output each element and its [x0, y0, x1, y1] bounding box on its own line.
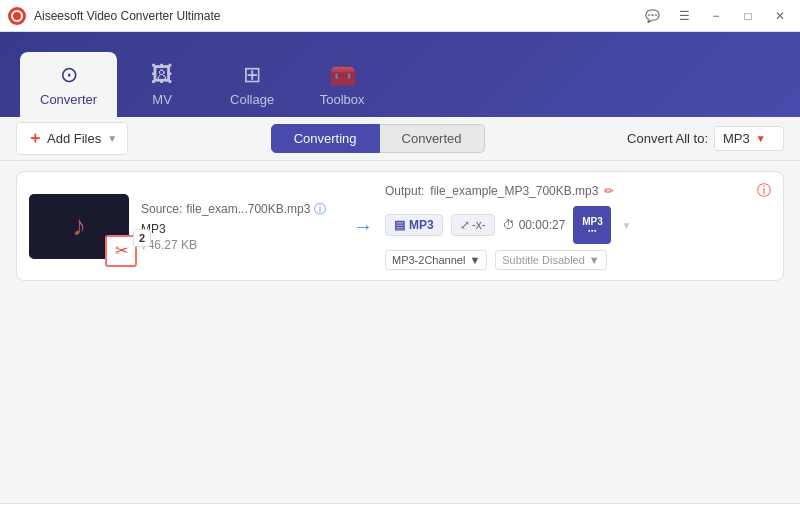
format-label: MP3: [409, 218, 434, 232]
expand-icon: ⤢: [460, 218, 470, 232]
output-section: Output: file_example_MP3_700KB.mp3 ✏ ⓘ ▤…: [385, 182, 771, 270]
close-button[interactable]: ✕: [768, 4, 792, 28]
window-controls: 💬 ☰ − □ ✕: [640, 4, 792, 28]
format-icon-box[interactable]: MP3 ▪▪▪: [573, 206, 611, 244]
tab-mv[interactable]: 🖼 MV: [117, 52, 207, 117]
app-title: Aiseesoft Video Converter Ultimate: [34, 9, 640, 23]
chat-button[interactable]: 💬: [640, 4, 664, 28]
source-filename: file_exam...700KB.mp3: [186, 202, 310, 216]
add-files-dropdown-arrow: ▼: [107, 133, 117, 144]
edit-output-icon[interactable]: ✏: [604, 184, 614, 198]
format-icon: ▤: [394, 218, 405, 232]
file-thumbnail: ♪ ✂ 2: [29, 194, 129, 259]
tab-collage[interactable]: ⊞ Collage: [207, 52, 297, 117]
file-list-area: ♪ ✂ 2 Source: file_exam...700KB.mp3 ⓘ MP…: [0, 161, 800, 503]
subtitle-value: Subtitle Disabled: [502, 254, 585, 266]
cut-badge[interactable]: ✂ 2: [105, 235, 137, 267]
format-badge: ▤ MP3: [385, 214, 443, 236]
output-label: Output:: [385, 184, 424, 198]
channel-arrow: ▼: [469, 254, 480, 266]
toolbar: ＋ Add Files ▼ Converting Converted Conve…: [0, 117, 800, 161]
file-info: Source: file_exam...700KB.mp3 ⓘ MP3 746.…: [141, 201, 341, 252]
toolbox-icon: 🧰: [329, 62, 356, 88]
mv-icon: 🖼: [151, 62, 173, 88]
channel-select[interactable]: MP3-2Channel ▼: [385, 250, 487, 270]
maximize-button[interactable]: □: [736, 4, 760, 28]
add-icon: ＋: [27, 128, 43, 149]
warning-icon: ⓘ: [757, 182, 771, 200]
resolution-value: -x-: [472, 218, 486, 232]
collage-icon: ⊞: [243, 62, 261, 88]
channel-value: MP3-2Channel: [392, 254, 465, 266]
source-label: Source:: [141, 202, 182, 216]
subtitle-arrow: ▼: [589, 254, 600, 266]
subtitle-select[interactable]: Subtitle Disabled ▼: [495, 250, 606, 270]
convert-all-select[interactable]: MP3 ▼: [714, 126, 784, 151]
tab-toolbox[interactable]: 🧰 Toolbox: [297, 52, 387, 117]
convert-all-arrow: ▼: [756, 133, 766, 144]
converter-icon: ⊙: [60, 62, 78, 88]
add-files-button[interactable]: ＋ Add Files ▼: [16, 122, 128, 155]
convert-all-to-area: Convert All to: MP3 ▼: [627, 126, 784, 151]
bottom-bar: Save to: C:\Aiseesoft Studio\Ais...rter …: [0, 503, 800, 507]
converting-tabs: Converting Converted: [128, 124, 627, 153]
output-header: Output: file_example_MP3_700KB.mp3 ✏ ⓘ: [385, 182, 771, 200]
convert-arrow-icon: →: [353, 215, 373, 238]
tab-toolbox-label: Toolbox: [320, 92, 365, 107]
converting-tab[interactable]: Converting: [271, 124, 380, 153]
format-box-label: MP3: [582, 216, 603, 227]
output-controls: ▤ MP3 ⤢ -x- ⏱ 00:00:27 MP3 ▪▪▪: [385, 206, 771, 244]
info-icon[interactable]: ⓘ: [314, 201, 326, 218]
main-content: ♪ ✂ 2 Source: file_exam...700KB.mp3 ⓘ MP…: [0, 161, 800, 503]
convert-all-value: MP3: [723, 131, 750, 146]
source-label-area: Source: file_exam...700KB.mp3 ⓘ: [141, 201, 341, 218]
file-item: ♪ ✂ 2 Source: file_exam...700KB.mp3 ⓘ MP…: [16, 171, 784, 281]
output-controls-2: MP3-2Channel ▼ Subtitle Disabled ▼: [385, 250, 771, 270]
tab-collage-label: Collage: [230, 92, 274, 107]
app-logo: [8, 7, 26, 25]
resolution-badge: ⤢ -x-: [451, 214, 495, 236]
duration-value: 00:00:27: [519, 218, 566, 232]
duration-badge: ⏱ 00:00:27: [503, 218, 566, 232]
clock-icon: ⏱: [503, 218, 515, 232]
tab-converter[interactable]: ⊙ Converter: [20, 52, 117, 117]
menu-button[interactable]: ☰: [672, 4, 696, 28]
title-bar: Aiseesoft Video Converter Ultimate 💬 ☰ −…: [0, 0, 800, 32]
format-expand-arrow[interactable]: ▼: [621, 220, 631, 231]
converted-tab[interactable]: Converted: [380, 124, 485, 153]
output-filename: file_example_MP3_700KB.mp3: [430, 184, 598, 198]
add-files-label: Add Files: [47, 131, 101, 146]
music-note-icon: ♪: [72, 210, 86, 242]
cut-number: 2: [133, 229, 151, 247]
tab-converter-label: Converter: [40, 92, 97, 107]
file-format-name: MP3: [141, 222, 341, 236]
minimize-button[interactable]: −: [704, 4, 728, 28]
convert-all-to-label: Convert All to:: [627, 131, 708, 146]
file-size: 746.27 KB: [141, 238, 341, 252]
tab-mv-label: MV: [152, 92, 172, 107]
nav-area: ⊙ Converter 🖼 MV ⊞ Collage 🧰 Toolbox: [0, 32, 800, 117]
